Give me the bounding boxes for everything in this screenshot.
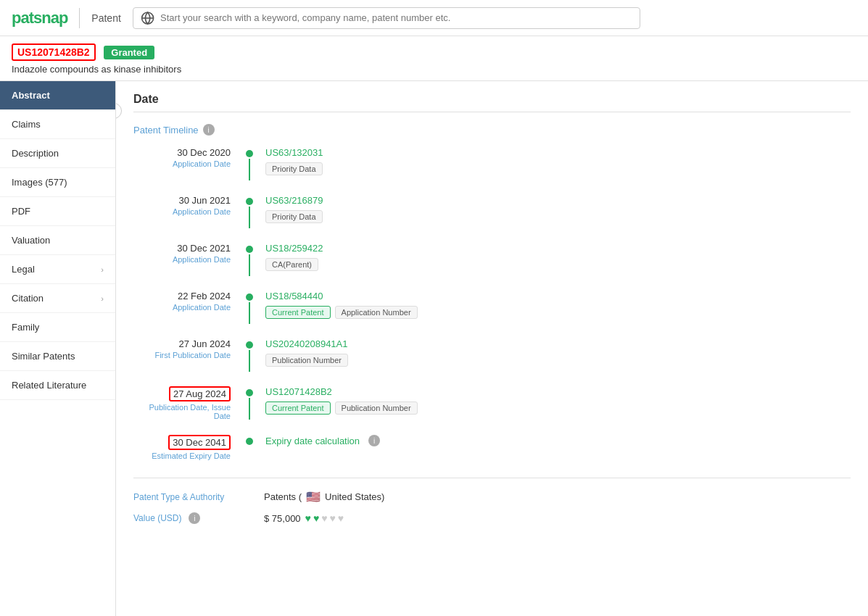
expiry-calculation-link[interactable]: Expiry date calculation [265, 436, 360, 446]
timeline-link[interactable]: US20240208941A1 [265, 338, 851, 349]
timeline-label: Patent Timeline [133, 125, 199, 136]
search-input[interactable] [160, 12, 632, 23]
sidebar-item-label: Description [12, 148, 59, 159]
patent-label: Patent [91, 12, 120, 24]
timeline-date-label: First Publication Date [133, 351, 231, 359]
value-label: Value (USD) i [133, 512, 264, 524]
value-amount: $ 75,000 [264, 513, 301, 524]
timeline-item: 27 Jun 2024 First Publication Date US202… [133, 338, 851, 372]
tag-ca-parent: CA(Parent) [265, 258, 318, 271]
expiry-info-icon[interactable]: i [368, 435, 380, 446]
tag-application-number: Application Number [335, 306, 418, 319]
sidebar-item-family[interactable]: Family [0, 313, 115, 342]
patent-title-area: US12071428B2 Granted Indazole compounds … [0, 36, 868, 81]
timeline-content-col: US12071428B2 Current Patent Publication … [257, 386, 851, 415]
main-layout: Abstract Claims Description Images (577)… [0, 81, 868, 616]
timeline-content-col: US63/216879 Priority Data [257, 195, 851, 223]
timeline-date: 22 Feb 2024 [133, 291, 231, 301]
timeline-date-col: 30 Jun 2021 Application Date [133, 195, 242, 216]
timeline-content-col: US18/259422 CA(Parent) [257, 243, 851, 271]
sidebar-item-label: Citation [12, 293, 44, 304]
timeline-line [249, 398, 250, 420]
value-label-text: Value (USD) [133, 513, 181, 523]
sidebar-item-abstract[interactable]: Abstract [0, 81, 115, 110]
sidebar-item-description[interactable]: Description [0, 139, 115, 168]
heart-4: ♥ [330, 512, 336, 524]
timeline-dot-col [242, 243, 257, 276]
tag-current-patent: Current Patent [265, 306, 331, 319]
chevron-right-icon: › [101, 265, 104, 274]
tag-priority-data: Priority Data [265, 210, 323, 223]
value-info-icon[interactable]: i [189, 512, 200, 524]
sidebar-item-claims[interactable]: Claims [0, 110, 115, 139]
tag-publication-number: Publication Number [335, 401, 418, 415]
timeline: 30 Dec 2020 Application Date US63/132031… [133, 147, 851, 460]
timeline-tags: Current Patent Publication Number [265, 401, 851, 415]
tag-current-patent: Current Patent [265, 401, 331, 415]
timeline-date: 30 Dec 2021 [133, 243, 231, 254]
timeline-item: 30 Dec 2021 Application Date US18/259422… [133, 243, 851, 276]
sidebar-item-legal[interactable]: Legal › [0, 255, 115, 284]
timeline-date-col: 22 Feb 2024 Application Date [133, 291, 242, 312]
heart-1: ♥ [305, 512, 311, 524]
timeline-date-col: 27 Jun 2024 First Publication Date [133, 338, 242, 359]
timeline-content-col: Expiry date calculation i [257, 435, 851, 446]
sidebar-item-images[interactable]: Images (577) [0, 168, 115, 197]
timeline-line [249, 350, 250, 372]
heart-3: ♥ [321, 512, 327, 524]
timeline-date-col: 30 Dec 2021 Application Date [133, 243, 242, 264]
timeline-date: 30 Jun 2021 [133, 195, 231, 206]
sidebar-item-valuation[interactable]: Valuation [0, 226, 115, 255]
timeline-date-label: Publication Date, Issue Date [133, 403, 231, 420]
timeline-info-icon[interactable]: i [203, 124, 215, 136]
hearts-rating: ♥ ♥ ♥ ♥ ♥ [305, 512, 344, 524]
timeline-link[interactable]: US18/584440 [265, 291, 851, 301]
timeline-line [249, 302, 250, 324]
timeline-item: 30 Dec 2020 Application Date US63/132031… [133, 147, 851, 180]
sidebar-item-similar-patents[interactable]: Similar Patents [0, 342, 115, 371]
timeline-link[interactable]: US63/216879 [265, 195, 851, 206]
logo: patsnap [12, 9, 67, 28]
timeline-line [249, 159, 250, 180]
patent-country: United States) [325, 491, 384, 502]
sidebar-item-label: Related Literature [12, 380, 86, 391]
tag-publication-number: Publication Number [265, 354, 348, 367]
timeline-dot-col [242, 435, 257, 445]
timeline-date-col: 27 Aug 2024 Publication Date, Issue Date [133, 386, 242, 420]
timeline-dot-col [242, 291, 257, 324]
sidebar-item-label: Legal [12, 264, 35, 275]
timeline-link[interactable]: US63/132031 [265, 147, 851, 158]
timeline-link[interactable]: US18/259422 [265, 243, 851, 254]
sidebar-item-pdf[interactable]: PDF [0, 197, 115, 226]
timeline-date-label: Application Date [133, 303, 231, 312]
sidebar-item-related-literature[interactable]: Related Literature [0, 371, 115, 400]
timeline-item: 30 Jun 2021 Application Date US63/216879… [133, 195, 851, 228]
header-divider [79, 8, 80, 28]
tag-priority-data: Priority Data [265, 162, 323, 175]
patent-number-badge[interactable]: US12071428B2 [12, 43, 96, 61]
timeline-date: 30 Dec 2020 [133, 147, 231, 158]
globe-icon [141, 11, 154, 25]
timeline-date-highlighted: 27 Aug 2024 [169, 386, 231, 401]
chevron-right-icon: › [101, 294, 104, 303]
value-value: $ 75,000 ♥ ♥ ♥ ♥ ♥ [264, 512, 344, 524]
heart-2: ♥ [313, 512, 319, 524]
timeline-dot-col [242, 338, 257, 372]
section-title: Date [133, 93, 851, 112]
timeline-dot-col [242, 195, 257, 228]
sidebar-item-label: Claims [12, 119, 41, 130]
search-bar[interactable] [133, 7, 640, 29]
patent-type-row: Patent Type & Authority Patents ( 🇺🇸 Uni… [133, 490, 851, 504]
patent-type-value: Patents ( 🇺🇸 United States) [264, 490, 384, 504]
timeline-dot [246, 294, 253, 301]
timeline-link[interactable]: US12071428B2 [265, 386, 851, 397]
sidebar: Abstract Claims Description Images (577)… [0, 81, 116, 616]
collapse-button[interactable]: ‹ [116, 103, 122, 119]
sidebar-item-label: Images (577) [12, 177, 67, 188]
timeline-dot-col [242, 147, 257, 180]
timeline-date-label: Application Date [133, 159, 231, 168]
timeline-dot [246, 389, 253, 396]
sidebar-item-citation[interactable]: Citation › [0, 284, 115, 313]
patent-description: Indazole compounds as kinase inhibitors [12, 64, 856, 75]
granted-badge: Granted [104, 46, 154, 59]
